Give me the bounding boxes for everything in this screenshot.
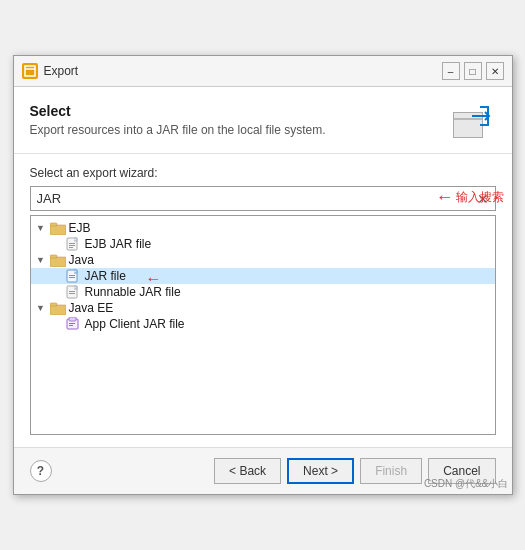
svg-rect-28 xyxy=(69,325,73,326)
svg-rect-11 xyxy=(69,245,75,246)
svg-rect-22 xyxy=(50,305,66,315)
svg-rect-13 xyxy=(50,257,66,267)
export-dialog: Export – □ ✕ Select Export resources int… xyxy=(13,55,513,495)
svg-rect-17 xyxy=(69,275,75,276)
tree-item-java[interactable]: ▼ Java xyxy=(31,252,495,268)
minimize-button[interactable]: – xyxy=(442,62,460,80)
svg-rect-26 xyxy=(69,317,76,321)
folder-icon-ejb xyxy=(50,221,66,235)
folder-icon-java xyxy=(50,253,66,267)
svg-rect-15 xyxy=(50,255,57,258)
svg-rect-6 xyxy=(50,225,66,235)
window-controls: – □ ✕ xyxy=(442,62,504,80)
window-icon xyxy=(22,63,38,79)
svg-rect-0 xyxy=(25,66,35,76)
search-row: ✕ xyxy=(30,186,496,211)
folder-icon-javaee xyxy=(50,301,66,315)
search-label: Select an export wizard: xyxy=(30,166,496,180)
svg-rect-8 xyxy=(50,223,57,226)
tree-container[interactable]: ▼ EJB xyxy=(30,215,496,435)
page-subtitle: Export resources into a JAR file on the … xyxy=(30,123,326,137)
spacer-app-client xyxy=(51,318,63,330)
toggle-javaee[interactable]: ▼ xyxy=(35,302,47,314)
header-export-icon xyxy=(448,103,496,143)
svg-rect-27 xyxy=(69,323,75,324)
tree-label-jar-file: JAR file xyxy=(85,269,126,283)
spacer-ejb-jar xyxy=(51,238,63,250)
tree-label-app-client: App Client JAR file xyxy=(85,317,185,331)
svg-rect-12 xyxy=(69,247,73,248)
help-button[interactable]: ? xyxy=(30,460,52,482)
svg-rect-20 xyxy=(69,291,75,292)
toggle-java[interactable]: ▼ xyxy=(35,254,47,266)
tree-label-runnable-jar: Runnable JAR file xyxy=(85,285,181,299)
toggle-ejb[interactable]: ▼ xyxy=(35,222,47,234)
title-bar: Export – □ ✕ xyxy=(14,56,512,87)
svg-rect-10 xyxy=(69,243,75,244)
finish-button[interactable]: Finish xyxy=(360,458,422,484)
header-section: Select Export resources into a JAR file … xyxy=(14,87,512,154)
tree-label-java: Java xyxy=(69,253,94,267)
svg-rect-21 xyxy=(69,293,75,294)
file-icon-ejb-jar xyxy=(66,237,82,251)
back-button[interactable]: < Back xyxy=(214,458,281,484)
tree-item-ejb[interactable]: ▼ EJB xyxy=(31,220,495,236)
tree-label-ejb-jar: EJB JAR file xyxy=(85,237,152,251)
tree-item-ejb-jar[interactable]: EJB JAR file xyxy=(31,236,495,252)
tree-item-runnable-jar[interactable]: Runnable JAR file xyxy=(31,284,495,300)
tree-item-javaee[interactable]: ▼ Java EE xyxy=(31,300,495,316)
window-title: Export xyxy=(44,64,436,78)
file-icon-jar xyxy=(66,269,82,283)
svg-rect-18 xyxy=(69,277,75,278)
footer-left: ? xyxy=(30,460,52,482)
search-input[interactable] xyxy=(31,187,471,210)
spacer-runnable xyxy=(51,286,63,298)
file-icon-runnable xyxy=(66,285,82,299)
tree-label-ejb: EJB xyxy=(69,221,91,235)
tree-label-javaee: Java EE xyxy=(69,301,114,315)
watermark: CSDN @代&&小白 xyxy=(424,477,509,491)
content-area: Select an export wizard: ✕ ← 输入搜索 ▼ xyxy=(14,154,512,447)
file-icon-app-client xyxy=(66,317,82,331)
header-text: Select Export resources into a JAR file … xyxy=(30,103,326,137)
tree-item-app-client[interactable]: App Client JAR file xyxy=(31,316,495,332)
spacer-jar xyxy=(51,270,63,282)
clear-search-button[interactable]: ✕ xyxy=(471,189,495,209)
next-button[interactable]: Next > xyxy=(287,458,354,484)
page-title: Select xyxy=(30,103,326,119)
tree-item-jar-file[interactable]: JAR file xyxy=(31,268,495,284)
maximize-button[interactable]: □ xyxy=(464,62,482,80)
jar-file-wrapper: JAR file ← xyxy=(31,268,495,284)
svg-rect-24 xyxy=(50,303,57,306)
close-button[interactable]: ✕ xyxy=(486,62,504,80)
